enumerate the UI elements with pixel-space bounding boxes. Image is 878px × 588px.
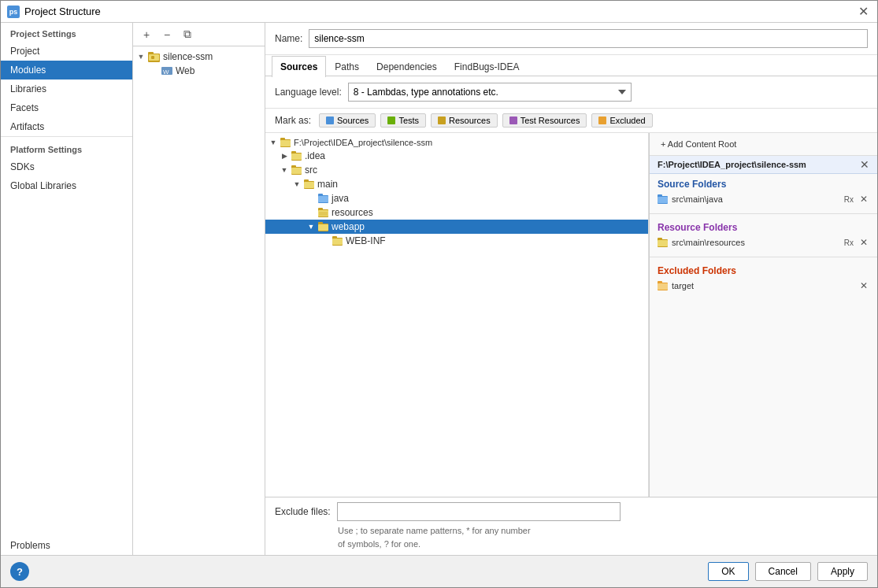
webapp-arrow: ▼ (306, 223, 316, 231)
ftree-root-label: F:\Project\IDEA_project\silence-ssm (294, 138, 432, 147)
project-settings-header: Project Settings (1, 23, 132, 42)
help-button[interactable]: ? (10, 562, 29, 581)
folder-plain-icon4 (304, 179, 315, 189)
folder-plain-icon3 (291, 165, 302, 175)
sidebar-item-modules[interactable]: Modules (1, 61, 132, 80)
excluded-folder-close[interactable]: ✕ (858, 280, 869, 291)
ftree-src[interactable]: ▼ src (265, 163, 648, 177)
language-level-label: Language level: (275, 87, 342, 98)
app-icon: ps (7, 6, 20, 18)
excluded-folder-row: target ✕ (658, 279, 869, 292)
cancel-button[interactable]: Cancel (755, 562, 811, 581)
sidebar-item-problems[interactable]: Problems (1, 536, 132, 555)
resource-folder-icon (658, 238, 669, 247)
idea-arrow: ▶ (280, 152, 289, 160)
language-level-select[interactable]: 8 - Lambdas, type annotations etc.7 - Di… (348, 83, 632, 102)
tab-dependencies[interactable]: Dependencies (368, 56, 446, 77)
ftree-webinf-label: WEB-INF (346, 235, 386, 246)
ftree-webinf[interactable]: WEB-INF (265, 234, 648, 248)
sidebar-item-sdks[interactable]: SDKs (1, 157, 132, 176)
cr-close-button[interactable]: ✕ (860, 159, 869, 170)
cr-path-text: F:\Project\IDEA_project\silence-ssm (658, 160, 857, 169)
language-level-bar: Language level: 8 - Lambdas, type annota… (265, 76, 877, 109)
ftree-java[interactable]: java (265, 191, 648, 205)
module-panel: + − ⧉ ▼ silence-ssm (133, 23, 265, 555)
cr-path-bar: F:\Project\IDEA_project\silence-ssm ✕ (650, 156, 877, 174)
module-tree-item-silence-ssm[interactable]: ▼ silence-ssm (133, 50, 265, 64)
resource-folder-close[interactable]: ✕ (858, 237, 869, 248)
resources-dot (438, 116, 446, 124)
tab-findbugs[interactable]: FindBugs-IDEA (446, 56, 528, 77)
file-tree: ▼ F:\Project\IDEA_project\silence-ssm ▶ … (265, 133, 649, 497)
tab-sources[interactable]: Sources (272, 56, 326, 77)
project-structure-dialog: ps Project Structure ✕ Project Settings … (0, 0, 878, 588)
mark-test-resources-button[interactable]: Test Resources (502, 113, 587, 128)
ok-button[interactable]: OK (708, 562, 748, 581)
ftree-root[interactable]: ▼ F:\Project\IDEA_project\silence-ssm (265, 136, 648, 149)
svg-rect-11 (291, 153, 302, 160)
close-button[interactable]: ✕ (855, 4, 871, 20)
mark-as-bar: Mark as: Sources Tests Resources Test Re… (265, 109, 877, 133)
svg-rect-8 (280, 140, 291, 146)
content-root-panel: + Add Content Root F:\Project\IDEA_proje… (649, 133, 877, 497)
source-folder-icon (658, 194, 669, 204)
exclude-input[interactable] (337, 502, 621, 521)
svg-rect-30 (332, 239, 343, 245)
svg-rect-33 (658, 197, 668, 203)
add-content-root-button[interactable]: + Add Content Root (658, 138, 739, 150)
source-folder-close[interactable]: ✕ (858, 194, 869, 205)
ftree-resources[interactable]: resources (265, 205, 648, 220)
expand-arrow: ▼ (136, 53, 146, 61)
cr-resource-folders-section: Resource Folders src\main\resources Rx ✕ (650, 217, 877, 253)
tabs-bar: Sources Paths Dependencies FindBugs-IDEA (265, 55, 877, 76)
dialog-title: Project Structure (24, 6, 850, 17)
excluded-dot (598, 116, 606, 124)
mark-sources-button[interactable]: Sources (319, 113, 376, 128)
sidebar-item-global-libraries[interactable]: Global Libraries (1, 176, 132, 195)
sidebar-item-artifacts[interactable]: Artifacts (1, 117, 132, 136)
svg-rect-3 (151, 56, 154, 59)
sidebar-item-facets[interactable]: Facets (1, 98, 132, 117)
tests-label: Tests (398, 116, 419, 125)
resource-folder-path: src\main\resources (672, 238, 839, 247)
remove-module-button[interactable]: − (158, 26, 176, 43)
resource-folder-rx[interactable]: Rx (843, 239, 855, 247)
name-label: Name: (275, 33, 302, 44)
mark-as-label: Mark as: (275, 115, 311, 126)
tab-paths[interactable]: Paths (326, 56, 368, 77)
source-folder-rx[interactable]: Rx (843, 195, 855, 204)
svg-rect-27 (318, 224, 328, 231)
resource-folder-row: src\main\resources Rx ✕ (658, 236, 869, 249)
svg-rect-17 (304, 182, 314, 188)
copy-module-button[interactable]: ⧉ (179, 26, 196, 43)
resource-folders-title: Resource Folders (658, 222, 869, 233)
main-content: Project Settings Project Modules Librari… (1, 23, 877, 555)
apply-button[interactable]: Apply (817, 562, 868, 581)
module-tree-item-web[interactable]: W Web (133, 64, 265, 78)
folder-plain-icon2 (291, 151, 302, 161)
exclude-hint: Use ; to separate name patterns, * for a… (275, 524, 868, 550)
folder-webapp-icon (318, 222, 329, 231)
folder-res-icon (318, 208, 329, 217)
sources-label: Sources (337, 116, 369, 125)
svg-rect-24 (319, 212, 328, 216)
excluded-folder-path: target (672, 281, 855, 290)
ftree-resources-label: resources (332, 207, 373, 218)
main-arrow: ▼ (292, 180, 302, 188)
module-icon (148, 51, 161, 62)
sidebar-item-libraries[interactable]: Libraries (1, 80, 132, 98)
ftree-main[interactable]: ▼ main (265, 177, 648, 191)
sidebar-item-project[interactable]: Project (1, 42, 132, 61)
excluded-folders-title: Excluded Folders (658, 265, 869, 276)
mark-excluded-button[interactable]: Excluded (591, 113, 652, 128)
add-module-button[interactable]: + (138, 26, 155, 43)
ftree-idea[interactable]: ▶ .idea (265, 149, 648, 163)
test-resources-dot (509, 116, 517, 124)
ftree-main-label: main (317, 179, 338, 190)
name-input[interactable] (309, 29, 868, 48)
right-panel: Name: Sources Paths Dependencies FindBug… (265, 23, 877, 555)
ftree-webapp[interactable]: ▼ webapp (265, 220, 648, 234)
source-folder-row: src\main\java Rx ✕ (658, 193, 869, 205)
mark-resources-button[interactable]: Resources (431, 113, 498, 128)
mark-tests-button[interactable]: Tests (380, 113, 426, 128)
